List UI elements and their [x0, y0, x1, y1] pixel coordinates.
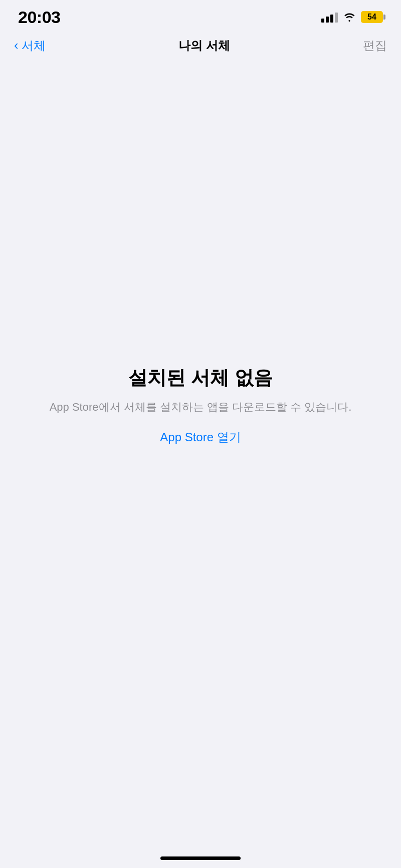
chevron-left-icon: ‹: [14, 39, 19, 52]
status-time: 20:03: [18, 8, 60, 27]
signal-icon: [321, 12, 338, 23]
wifi-icon: [343, 12, 356, 22]
page-title: 나의 서체: [178, 38, 230, 54]
back-button[interactable]: ‹ 서체: [14, 38, 46, 54]
back-label: 서체: [22, 38, 46, 54]
empty-state-container: 설치된 서체 없음 App Store에서 서체를 설치하는 앱을 다운로드할 …: [0, 24, 401, 788]
battery-level: 54: [367, 13, 376, 22]
status-icons: 54: [321, 11, 383, 23]
app-store-link[interactable]: App Store 열기: [160, 429, 241, 445]
empty-state-description: App Store에서 서체를 설치하는 앱을 다운로드할 수 있습니다.: [50, 399, 352, 415]
battery-icon: 54: [361, 11, 383, 23]
empty-state-title: 설치된 서체 없음: [128, 367, 272, 390]
home-indicator: [160, 856, 241, 860]
edit-button[interactable]: 편집: [363, 38, 387, 54]
